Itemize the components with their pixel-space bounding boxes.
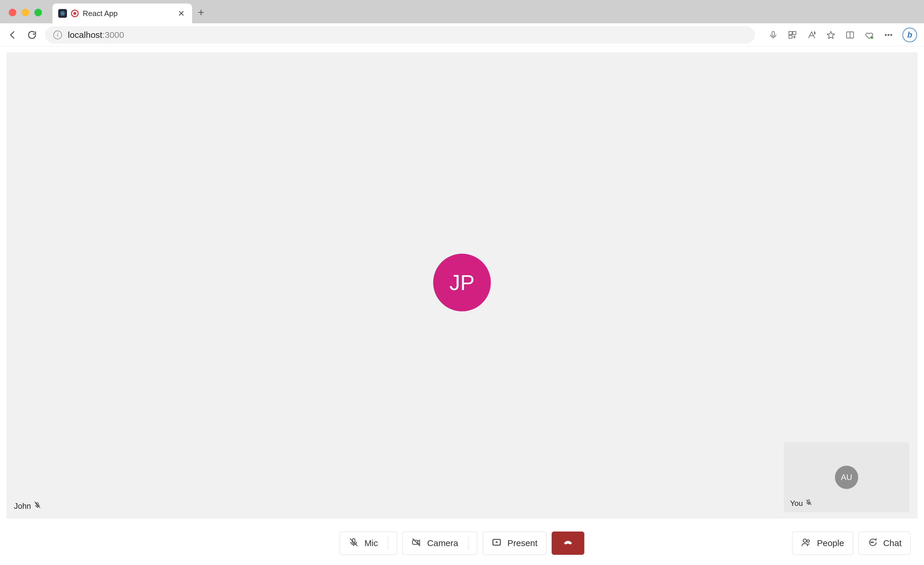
address-bar[interactable]: i localhost:3000 [45, 27, 754, 44]
mic-toggle-button[interactable]: Mic [340, 532, 398, 555]
right-controls: People Chat [792, 532, 910, 555]
main-participant-avatar: JP [433, 254, 491, 311]
mic-options-divider [388, 537, 388, 550]
svg-point-12 [891, 34, 892, 35]
self-name: You [790, 499, 803, 508]
chat-label: Chat [883, 538, 902, 548]
main-participant-name: John [14, 502, 31, 511]
collections-icon[interactable] [864, 30, 874, 40]
video-call-app: JP John AU You [0, 47, 924, 565]
svg-line-20 [413, 538, 420, 546]
microphone-permission-icon[interactable] [768, 30, 778, 40]
url-host: localhost [68, 30, 102, 40]
main-participant-initials: JP [450, 270, 474, 295]
mic-muted-icon [805, 499, 812, 508]
recording-indicator-icon [71, 10, 79, 17]
browser-toolbar: i localhost:3000 b [0, 23, 924, 47]
svg-rect-7 [789, 35, 792, 38]
nav-reload-button[interactable] [26, 29, 38, 41]
camera-options-divider [468, 537, 468, 550]
nav-back-button[interactable] [7, 29, 19, 41]
more-menu-icon[interactable] [883, 30, 894, 40]
svg-point-9 [871, 36, 873, 39]
react-favicon-icon [58, 9, 67, 18]
window-maximize-button[interactable] [34, 9, 42, 16]
toolbar-actions: b [768, 28, 917, 42]
self-view-tile[interactable]: AU You [784, 443, 909, 512]
url-port: :3000 [102, 30, 124, 40]
site-info-icon[interactable]: i [53, 31, 62, 39]
mic-label: Mic [364, 538, 378, 548]
window-close-button[interactable] [9, 9, 16, 16]
present-icon [492, 537, 502, 549]
self-avatar: AU [835, 466, 858, 489]
present-button[interactable]: Present [483, 532, 546, 555]
browser-tab-strip: React App ✕ + [0, 0, 924, 23]
svg-point-10 [885, 34, 886, 35]
present-label: Present [507, 538, 537, 548]
center-controls: Mic Camera Present [340, 532, 585, 555]
self-initials: AU [841, 473, 852, 482]
browser-tab-active[interactable]: React App ✕ [52, 3, 192, 23]
mic-muted-icon [34, 502, 41, 511]
mic-off-icon [349, 537, 358, 549]
people-label: People [817, 538, 844, 548]
camera-off-icon [411, 537, 421, 549]
svg-point-22 [803, 539, 806, 542]
chat-icon [867, 537, 878, 549]
hangup-icon [563, 537, 573, 549]
svg-rect-4 [772, 32, 774, 36]
camera-label: Camera [427, 538, 458, 548]
svg-point-24 [871, 542, 872, 542]
video-stage: JP John AU You [6, 53, 918, 518]
window-controls [9, 9, 42, 16]
read-aloud-icon[interactable] [806, 30, 817, 40]
tab-title: React App [82, 9, 172, 18]
url-text: localhost:3000 [68, 30, 124, 40]
self-label: You [790, 499, 812, 508]
camera-toggle-button[interactable]: Camera [402, 532, 477, 555]
favorite-star-icon[interactable] [826, 30, 836, 40]
svg-rect-6 [793, 32, 796, 35]
chat-button[interactable]: Chat [858, 532, 910, 555]
bing-chat-icon[interactable]: b [903, 28, 917, 42]
svg-point-11 [888, 34, 889, 35]
window-minimize-button[interactable] [21, 9, 29, 16]
main-participant-label: John [14, 502, 41, 511]
svg-point-25 [873, 542, 873, 542]
svg-rect-5 [789, 32, 792, 35]
new-tab-button[interactable]: + [198, 6, 204, 19]
svg-point-0 [62, 13, 63, 14]
split-screen-icon[interactable] [845, 30, 855, 40]
svg-point-23 [807, 539, 810, 542]
extensions-icon[interactable] [787, 30, 798, 40]
call-control-bar: Mic Camera Present [0, 521, 924, 565]
tab-close-button[interactable]: ✕ [176, 9, 186, 18]
people-icon [801, 537, 811, 549]
people-button[interactable]: People [792, 532, 853, 555]
hangup-button[interactable] [552, 532, 584, 555]
